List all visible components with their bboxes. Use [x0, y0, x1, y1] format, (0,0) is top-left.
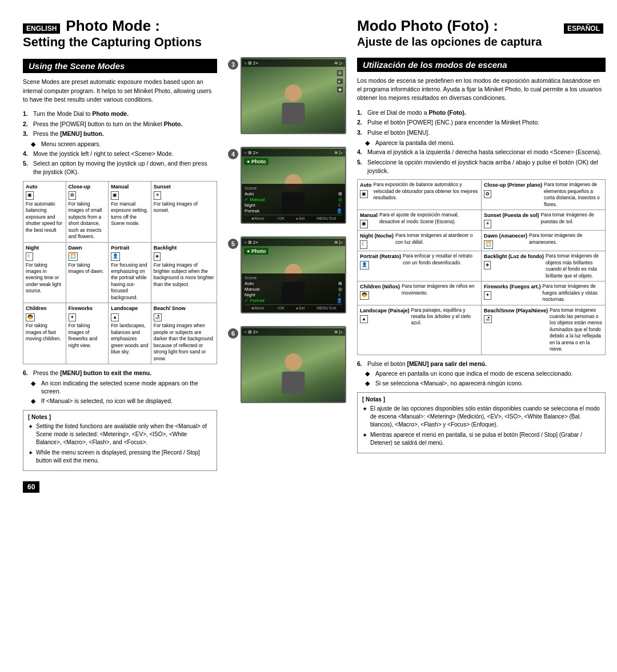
left-intro: Scene Modes are preset automatic exposur…: [23, 78, 217, 104]
step-6-sub2: ◆ If <Manual> is selected, no icon will …: [31, 397, 217, 405]
camera-4-photo-tag: ● Photo: [244, 158, 269, 165]
camera-6-top-icons: ○ ⊞ 2× ≋ ▷: [242, 328, 345, 336]
scene-portrait-icon: 👤: [111, 252, 120, 261]
step-6-text: Press the [MENU] button to exit the menu…: [33, 369, 217, 377]
scene-backlight-name: Backlight: [154, 244, 214, 251]
camera-4-bottom-bar: ◄Move○OK▸SelMENU Exit: [245, 215, 342, 221]
es-children-name: Children (Niños): [360, 283, 400, 290]
es-backlight-name: Backlight (Luz de fondo): [484, 253, 544, 260]
es-portrait-desc: Para enfocar y resaltar el retrato con u…: [403, 253, 479, 266]
camera-5-scene-label: Scene: [245, 275, 342, 280]
right-step-4-text: Mueva el joystick a la izquierda / derec…: [367, 148, 606, 156]
camera-5-label: 5: [228, 239, 238, 249]
right-note-1-text: El ajuste de las opciones disponibles só…: [370, 405, 600, 429]
es-night-desc: Para tomar imágenes al atardecer o con l…: [395, 232, 479, 246]
es-sunset-desc: Para tomar imágenes de puestas de sol.: [541, 212, 603, 225]
scene-backlight-icon: ◈: [154, 252, 161, 261]
step-3-sub-text: Menu screen appears.: [41, 140, 101, 148]
left-steps: 1. Turn the Mode Dial to Photo mode. 2. …: [23, 110, 217, 176]
camera-4-menu-manual: ✓ Manual◎: [245, 197, 342, 202]
es-manual-icon: ▣: [360, 220, 368, 228]
scene-closeup-icon: ✿: [69, 191, 76, 200]
camera-4-frame: ○ ⊞ 2× ≋ ▷ ● Photo Scene Auto⊞: [241, 147, 346, 224]
right-step-6-sub2: ◆ Si se selecciona <Manual>, no aparecer…: [365, 379, 606, 388]
es-beachsnow-desc: Para tomar imágenes cuando las personas …: [550, 307, 603, 353]
es-auto-name: Auto: [360, 182, 372, 188]
right-note-2-text: Mientras aparece el menú en pantalla, si…: [370, 431, 600, 447]
left-notes-title: [ Notes ]: [28, 414, 212, 420]
right-intro: Los modos de escena se predefinen en los…: [357, 77, 606, 103]
left-note-1: ✦ Setting the listed functions are avail…: [28, 422, 212, 446]
step-2-num: 2.: [23, 120, 31, 128]
scene-closeup-name: Close-up: [69, 183, 106, 190]
es-manual-name: Manual: [360, 212, 378, 219]
scene-auto-name: Auto: [26, 183, 63, 190]
step-2: 2. Press the [POWER] button to turn on t…: [23, 120, 217, 128]
es-backlight-icon: ◈: [484, 261, 491, 269]
espanol-badge: ESPAÑOL: [564, 23, 603, 34]
right-column: Modo Photo (Foto) : ESPAÑOL Ajuste de la…: [346, 0, 617, 672]
camera-4-menu: Scene Auto⊞ ✓ Manual◎ Night☾ Portrait👤: [242, 184, 345, 223]
left-note-2: ✦ While the menu screen is displayed, pr…: [28, 449, 212, 465]
camera-3-label: 3: [228, 59, 238, 70]
step-4: 4. Move the joystick left / right to sel…: [23, 150, 217, 158]
camera-4-label: 4: [228, 149, 238, 159]
camera-6-subject: [278, 353, 309, 391]
left-title-line2: Setting the Capturing Options: [23, 35, 217, 50]
step-5-num: 5.: [23, 159, 31, 176]
es-auto-desc: Para exposición de balance automático y …: [374, 182, 479, 201]
step-3-sub: ◆ Menu screen appears.: [31, 140, 217, 148]
left-section-label: Using the Scene Modes: [23, 59, 217, 73]
scene-landscape-desc: For landscapes, balances and emphasizes …: [111, 323, 149, 355]
scene-manual-icon: ▣: [111, 191, 119, 200]
right-note-2: ✦ Mientras aparece el menú en pantalla, …: [362, 431, 600, 447]
left-header: ENGLISH Photo Mode : Setting the Capturi…: [23, 17, 217, 50]
es-landscape-desc: Para paisajes, equilibra y resalta los á…: [411, 307, 479, 327]
right-step-2: 2. Pulse el botón [POWER] (ENC.) para en…: [357, 118, 606, 127]
es-children-desc: Para tomar imágenes de niños en movimien…: [402, 283, 479, 296]
es-fireworks-name: Fireworks (Fuegos art.): [484, 283, 541, 290]
left-steps-lower: 6. Press the [MENU] button to exit the m…: [23, 369, 217, 405]
camera-5-menu-portrait: ✓ Portrait👤: [245, 298, 342, 303]
es-portrait-name: Portrait (Retrato): [360, 253, 401, 260]
camera-6-wrap: 6 ○ ⊞ 2× ≋ ▷: [228, 326, 346, 410]
camera-4-wrap: 4 ○ ⊞ 2× ≋ ▷: [228, 147, 346, 231]
scene-children-desc: For taking images of fast moving childre…: [26, 323, 63, 342]
camera-5-bottom-bar: ◄Move○OK▸SelMENU Exit: [245, 304, 342, 311]
camera-3-frame: ○ ⊞ 2× ≋ ▷ ⊞ ♦ ◉: [241, 57, 346, 134]
right-step-2-text: Pulse el botón [POWER] (ENC.) para encen…: [367, 118, 606, 127]
step-5: 5. Select an option by moving the joysti…: [23, 159, 217, 176]
scene-modes-table-es: Auto ▣ Para exposición de balance automá…: [357, 179, 606, 355]
es-sunset-icon: ☀: [484, 220, 491, 228]
scene-beachsnow-icon: 🏖: [154, 313, 162, 322]
scene-sunset-desc: For taking images of sunset.: [154, 201, 214, 214]
camera-3-subject: [278, 84, 309, 122]
camera-3-wrap: 3 ○ ⊞ 2× ≋: [228, 57, 346, 141]
scene-beachsnow-desc: For taking images when people or subject…: [154, 323, 214, 362]
right-step-3: 3. Pulse el botón [MENU].: [357, 128, 606, 137]
scene-beachsnow-name: Beach/ Snow: [154, 305, 214, 312]
es-sunset-name: Sunset (Puesta de sol): [484, 212, 539, 219]
right-note-1: ✦ El ajuste de las opciones disponibles …: [362, 405, 600, 429]
es-night-name: Night (Noche): [360, 232, 394, 239]
es-dawn-name: Dawn (Amanecer): [484, 232, 527, 239]
camera-3-right-icons: ⊞ ♦ ◉: [336, 70, 343, 93]
scene-portrait-desc: For focusing and emphasizing on the port…: [111, 262, 149, 301]
right-step-6-text: Pulse el botón [MENU] para salir del men…: [367, 360, 606, 368]
step-3-num: 3.: [23, 130, 31, 138]
left-note-1-text: Setting the listed functions are availab…: [36, 422, 212, 446]
es-landscape-name: Landscape (Paisaje): [360, 307, 410, 314]
scene-portrait-name: Portrait: [111, 244, 149, 251]
camera-5-menu-manual: Manual◎: [245, 287, 342, 292]
right-step-6-sub1: ◆ Aparece en pantalla un icono que indic…: [365, 369, 606, 378]
scene-dawn-name: Dawn: [69, 244, 106, 251]
right-section-label: Utilización de los modos de escena: [357, 58, 606, 72]
camera-5-menu-night: Night☾: [245, 292, 342, 297]
es-closeup-name: Close-up (Primer plano): [484, 182, 542, 188]
step-3-text: Press the [MENU] button.: [33, 130, 217, 138]
scene-manual-desc: For manual exposure setting, turns off t…: [111, 201, 149, 227]
scene-landscape-name: Landscape: [111, 305, 149, 312]
es-fireworks-icon: ✦: [484, 291, 491, 300]
right-step-1-text: Gire el Dial de modo a Photo (Foto).: [367, 108, 606, 117]
step-2-text: Press the [POWER] button to turn on the …: [33, 120, 217, 128]
